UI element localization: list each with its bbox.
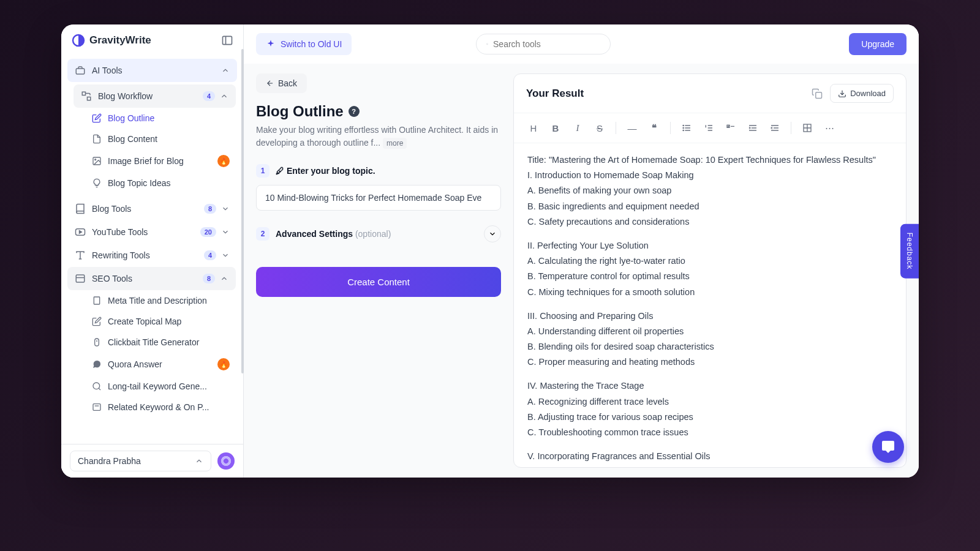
copy-icon[interactable]	[812, 88, 823, 99]
nav-blog-tools[interactable]: Blog Tools 8	[67, 197, 237, 220]
brand-logo[interactable]: GravityWrite	[71, 33, 151, 48]
chevron-down-icon	[221, 251, 230, 260]
search-input[interactable]	[493, 39, 600, 49]
blog-topic-input[interactable]	[256, 185, 501, 211]
lightbulb-icon	[92, 178, 102, 188]
svg-rect-4	[82, 92, 85, 95]
count-badge: 4	[203, 91, 215, 101]
svg-point-15	[93, 383, 100, 389]
upgrade-button[interactable]: Upgrade	[849, 33, 907, 55]
nav-youtube-tools[interactable]: YouTube Tools 20	[67, 220, 237, 244]
chevron-down-icon	[221, 228, 230, 236]
count-badge: 8	[203, 274, 215, 283]
svg-point-29	[683, 130, 684, 130]
result-header: Your Result Download	[514, 74, 906, 113]
advanced-toggle[interactable]	[484, 225, 501, 242]
nav-seo-tools[interactable]: SEO Tools 8	[67, 267, 236, 290]
nav-item-related-keyword[interactable]: Related Keyword & On P...	[74, 397, 237, 418]
nav-item-meta-title[interactable]: Meta Title and Description	[74, 290, 237, 311]
sidebar: GravityWrite AI Tools Blog Workflow	[61, 24, 244, 478]
svg-point-7	[95, 159, 96, 160]
form-panel: Back Blog Outline ? Make your blog writi…	[256, 73, 501, 468]
hr-button[interactable]: —	[622, 118, 642, 138]
numbered-list-button[interactable]	[699, 118, 718, 138]
bullet-list-button[interactable]	[677, 118, 696, 138]
svg-line-16	[99, 388, 100, 390]
nav-ai-tools[interactable]: AI Tools	[67, 59, 237, 82]
chevron-up-icon	[220, 92, 228, 100]
table-button[interactable]	[797, 118, 817, 138]
create-content-button[interactable]: Create Content	[256, 267, 501, 297]
chat-icon	[92, 359, 102, 369]
search-box[interactable]	[476, 34, 611, 54]
result-title: Your Result	[526, 88, 584, 100]
heading-button[interactable]: H	[524, 118, 543, 138]
nav-blog-workflow[interactable]: Blog Workflow 4	[74, 84, 236, 108]
chat-fab[interactable]	[872, 431, 904, 463]
editor-toolbar: H B I S — ❝ ⋯	[514, 113, 906, 143]
outdent-button[interactable]	[765, 118, 785, 138]
svg-rect-3	[76, 69, 85, 74]
nav-item-blog-outline[interactable]: Blog Outline	[74, 108, 237, 129]
checklist-button[interactable]	[721, 118, 741, 138]
svg-line-20	[488, 45, 488, 45]
image-icon	[92, 156, 102, 166]
more-button[interactable]: ⋯	[820, 118, 839, 138]
step-1-label: 1 🖊 Enter your blog topic.	[256, 164, 501, 178]
search-icon	[92, 381, 102, 391]
bold-button[interactable]: B	[546, 118, 565, 138]
svg-point-27	[683, 125, 684, 126]
logo-icon	[71, 33, 86, 48]
result-content[interactable]: Title: "Mastering the Art of Homemade So…	[514, 143, 906, 467]
more-link[interactable]: more	[383, 138, 407, 149]
nav-item-topical-map[interactable]: Create Topical Map	[74, 311, 237, 332]
fire-badge-icon: 🔥	[217, 358, 230, 370]
fire-badge-icon: 🔥	[217, 155, 230, 167]
sidebar-scrollbar[interactable]	[241, 49, 244, 373]
chevron-down-icon	[221, 204, 230, 213]
nav-item-image-brief[interactable]: Image Brief for Blog 🔥	[74, 149, 237, 173]
brand-name: GravityWrite	[89, 34, 151, 47]
help-icon[interactable]: ?	[349, 106, 360, 117]
page-icon	[92, 296, 102, 305]
arrow-left-icon	[266, 79, 274, 88]
indent-button[interactable]	[743, 118, 763, 138]
back-button[interactable]: Back	[256, 73, 307, 93]
nav-item-longtail[interactable]: Long-tail Keyword Gene...	[74, 376, 237, 397]
strikethrough-button[interactable]: S	[590, 118, 609, 138]
layout-toggle-icon[interactable]	[221, 34, 233, 47]
svg-rect-10	[76, 275, 85, 282]
page-title: Blog Outline ?	[256, 103, 501, 120]
quote-button[interactable]: ❝	[644, 118, 664, 138]
nav-item-clickbait[interactable]: Clickbait Title Generator	[74, 332, 237, 353]
chevron-up-icon	[221, 66, 230, 75]
count-badge: 8	[204, 204, 216, 214]
svg-point-19	[486, 43, 488, 45]
edit-icon	[92, 113, 102, 123]
download-button[interactable]: Download	[830, 84, 894, 103]
book-icon	[75, 203, 86, 214]
rewrite-icon	[75, 250, 86, 261]
nav-rewriting-tools[interactable]: Rewriting Tools 4	[67, 244, 237, 267]
italic-button[interactable]: I	[568, 118, 587, 138]
feedback-tab[interactable]: Feedback	[900, 224, 919, 279]
nav-item-blog-topic-ideas[interactable]: Blog Topic Ideas	[74, 173, 237, 193]
chevron-up-icon	[220, 274, 228, 283]
main-area: Switch to Old UI Upgrade Back Blog Outli…	[244, 24, 919, 478]
nav-item-quora[interactable]: Quora Answer 🔥	[74, 353, 237, 376]
user-footer: Chandra Prabha	[61, 444, 243, 478]
app-window: GravityWrite AI Tools Blog Workflow	[61, 24, 919, 478]
sidebar-header: GravityWrite	[61, 24, 243, 56]
toolbox-icon	[75, 65, 86, 76]
user-menu[interactable]: Chandra Prabha	[70, 451, 211, 471]
nav-item-blog-content[interactable]: Blog Content	[74, 129, 237, 149]
seo-icon	[75, 273, 86, 284]
map-icon	[92, 317, 102, 326]
content-area: Back Blog Outline ? Make your blog writi…	[244, 64, 919, 478]
count-badge: 4	[204, 250, 216, 260]
avatar[interactable]	[217, 452, 235, 470]
svg-marker-9	[80, 231, 82, 234]
switch-ui-button[interactable]: Switch to Old UI	[256, 33, 352, 55]
chevron-up-icon	[195, 457, 203, 465]
step-number: 2	[256, 227, 270, 241]
